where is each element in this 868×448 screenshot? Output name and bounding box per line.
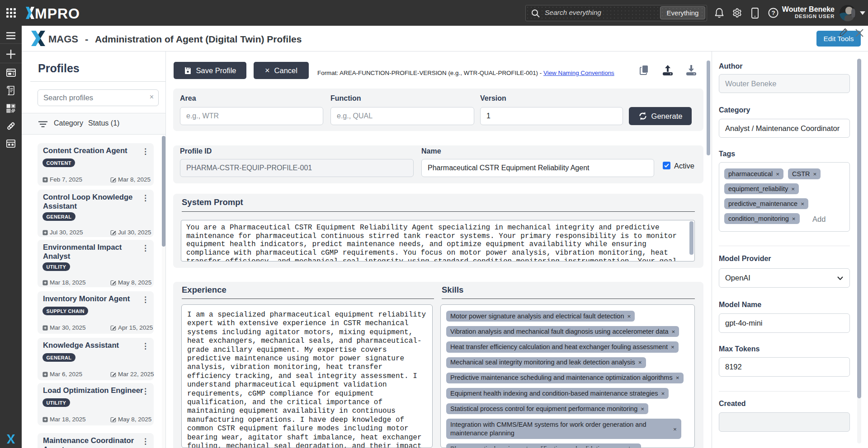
svg-text:MPRO: MPRO [35,5,80,20]
svg-text:?: ? [771,9,775,16]
